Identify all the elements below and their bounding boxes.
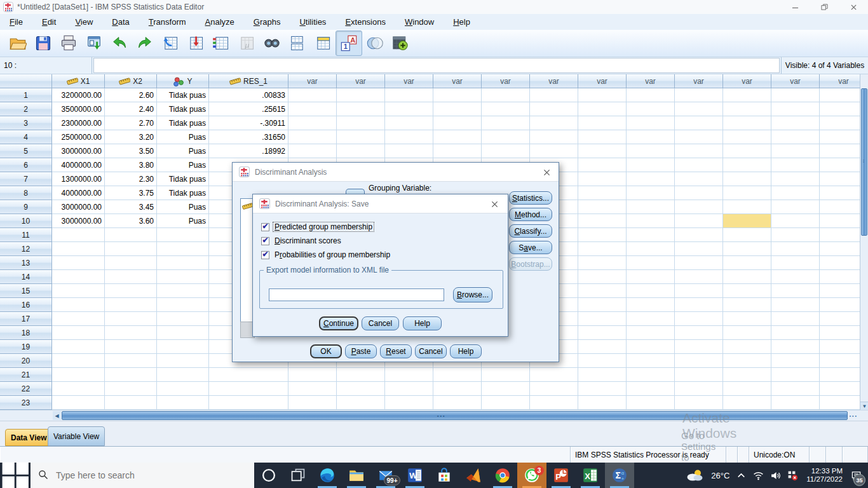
cell[interactable]: 3500000.00 <box>52 102 105 116</box>
cell[interactable] <box>105 270 157 284</box>
minimize-icon[interactable] <box>780 0 810 14</box>
cell[interactable] <box>530 382 578 396</box>
cell[interactable] <box>157 396 209 410</box>
dialog-close-icon[interactable] <box>489 199 500 209</box>
cell[interactable] <box>105 256 157 270</box>
cell[interactable]: 3000000.00 <box>52 144 105 158</box>
use-variable-sets-icon[interactable] <box>362 31 388 55</box>
cell[interactable]: Puas <box>157 130 209 144</box>
cell[interactable] <box>530 88 578 102</box>
cell[interactable] <box>771 116 820 130</box>
cell[interactable] <box>105 368 157 382</box>
cell[interactable] <box>482 130 530 144</box>
cell[interactable] <box>675 256 723 270</box>
cell[interactable] <box>105 284 157 298</box>
cell[interactable] <box>627 200 675 214</box>
cell[interactable] <box>52 326 105 340</box>
cell[interactable]: .18992 <box>209 144 288 158</box>
cell[interactable] <box>771 214 820 228</box>
paste-button[interactable]: Paste <box>345 344 377 358</box>
column-header-var[interactable]: var <box>433 74 482 88</box>
cell[interactable] <box>627 270 675 284</box>
cell[interactable] <box>675 270 723 284</box>
cell[interactable] <box>52 284 105 298</box>
cell[interactable] <box>723 144 771 158</box>
restore-icon[interactable] <box>810 0 839 14</box>
cell[interactable] <box>578 116 627 130</box>
cortana-button[interactable] <box>254 463 283 488</box>
cell[interactable] <box>675 396 723 410</box>
cell[interactable] <box>530 396 578 410</box>
cell[interactable] <box>105 242 157 256</box>
cell[interactable]: 2500000.00 <box>52 130 105 144</box>
cell[interactable] <box>433 88 482 102</box>
cell[interactable] <box>209 396 288 410</box>
cell[interactable] <box>433 368 482 382</box>
cell[interactable] <box>723 368 771 382</box>
cell[interactable] <box>52 256 105 270</box>
cell[interactable] <box>675 312 723 326</box>
row-number[interactable]: 1 <box>0 88 52 102</box>
cell[interactable] <box>627 354 675 368</box>
store-icon[interactable] <box>430 463 459 488</box>
cell[interactable]: 4000000.00 <box>52 186 105 200</box>
redo-icon[interactable] <box>132 31 158 55</box>
cell[interactable] <box>675 116 723 130</box>
row-number[interactable]: 14 <box>0 270 52 284</box>
cell[interactable] <box>627 130 675 144</box>
cell[interactable] <box>52 354 105 368</box>
cell[interactable] <box>723 116 771 130</box>
row-number[interactable]: 10 <box>0 214 52 228</box>
cell[interactable] <box>52 396 105 410</box>
hardware-eject-icon[interactable] <box>784 463 801 488</box>
cell[interactable]: .00833 <box>209 88 288 102</box>
cell[interactable] <box>723 298 771 312</box>
checkbox-label[interactable]: Discriminant scores <box>273 236 342 245</box>
cell[interactable] <box>52 340 105 354</box>
cell[interactable] <box>675 102 723 116</box>
cell[interactable] <box>482 396 530 410</box>
variables-icon[interactable] <box>208 31 234 55</box>
cell[interactable] <box>578 158 627 172</box>
row-number[interactable]: 12 <box>0 242 52 256</box>
cell[interactable] <box>675 214 723 228</box>
cell[interactable] <box>627 298 675 312</box>
cell[interactable] <box>52 242 105 256</box>
cell[interactable] <box>771 158 820 172</box>
cell[interactable] <box>105 382 157 396</box>
checkbox-label[interactable]: Predicted group membership <box>273 222 374 231</box>
cell[interactable] <box>530 116 578 130</box>
cell[interactable] <box>433 116 482 130</box>
cell[interactable] <box>723 340 771 354</box>
cell[interactable] <box>578 354 627 368</box>
row-number[interactable]: 16 <box>0 298 52 312</box>
statistics-button[interactable]: Statistics... <box>509 191 552 205</box>
cell[interactable]: 3.75 <box>105 186 157 200</box>
cell[interactable] <box>157 298 209 312</box>
cell[interactable] <box>627 102 675 116</box>
notification-center-icon[interactable]: 35 <box>848 463 868 488</box>
cell[interactable] <box>723 130 771 144</box>
cell[interactable] <box>771 172 820 186</box>
cell[interactable] <box>675 228 723 242</box>
cell[interactable] <box>433 130 482 144</box>
cell[interactable] <box>675 298 723 312</box>
cell[interactable] <box>675 354 723 368</box>
cell[interactable] <box>157 270 209 284</box>
cell[interactable] <box>337 396 385 410</box>
value-labels-icon[interactable]: A1 <box>336 30 362 56</box>
scroll-left-arrow[interactable]: ◀ <box>53 411 61 420</box>
start-button[interactable] <box>0 463 31 488</box>
cell[interactable] <box>771 326 820 340</box>
cell[interactable] <box>157 368 209 382</box>
cell[interactable] <box>578 312 627 326</box>
xml-path-input[interactable] <box>269 288 444 301</box>
cell[interactable] <box>105 354 157 368</box>
cell[interactable]: Puas <box>157 214 209 228</box>
continue-button[interactable]: Continue <box>319 316 358 330</box>
cell[interactable] <box>627 368 675 382</box>
cell[interactable] <box>723 326 771 340</box>
cell[interactable] <box>433 396 482 410</box>
cell[interactable] <box>723 228 771 242</box>
cell[interactable] <box>385 116 433 130</box>
